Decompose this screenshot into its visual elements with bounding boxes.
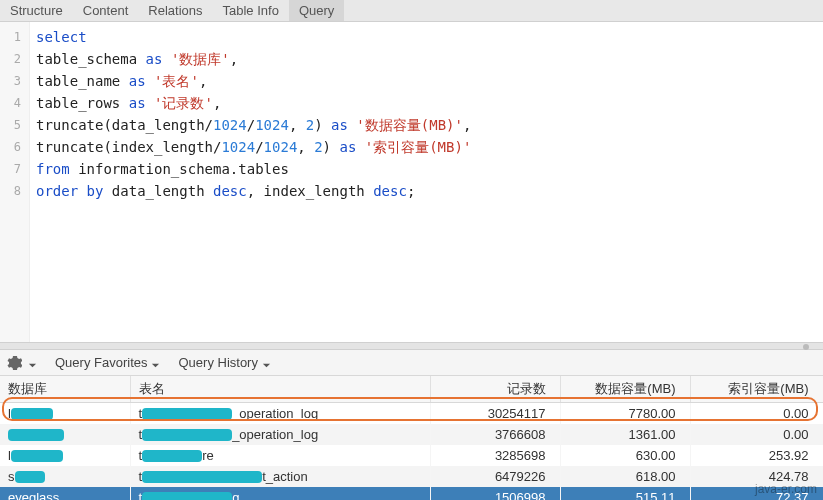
redaction-mark — [8, 429, 64, 441]
line-number: 7 — [0, 158, 29, 180]
cell-table: tg — [130, 487, 430, 501]
redaction-mark — [15, 471, 45, 483]
redaction-mark — [142, 450, 202, 462]
results-grid-wrap: 数据库表名记录数数据容量(MB)索引容量(MB) lt_operation_lo… — [0, 376, 823, 500]
code-area[interactable]: selecttable_schema as '数据库',table_name a… — [30, 22, 823, 342]
cell-table: tt_action — [130, 466, 430, 487]
tab-query[interactable]: Query — [289, 0, 344, 21]
redaction-mark — [11, 450, 63, 462]
cell-value: 515.11 — [560, 487, 690, 501]
cell-db: l — [0, 445, 130, 466]
tab-relations[interactable]: Relations — [138, 0, 212, 21]
col-header[interactable]: 数据库 — [0, 376, 130, 403]
sql-editor[interactable]: 12345678 selecttable_schema as '数据库',tab… — [0, 22, 823, 342]
watermark: java-er.com — [755, 482, 817, 496]
results-grid[interactable]: 数据库表名记录数数据容量(MB)索引容量(MB) lt_operation_lo… — [0, 376, 823, 500]
tab-structure[interactable]: Structure — [0, 0, 73, 21]
cell-value: 30254117 — [430, 403, 560, 424]
cell-value: 253.92 — [690, 445, 823, 466]
cell-value: 0.00 — [690, 403, 823, 424]
col-header[interactable]: 索引容量(MB) — [690, 376, 823, 403]
cell-db: s — [0, 466, 130, 487]
query-history-dropdown[interactable]: Query History — [178, 355, 270, 370]
results-toolbar: Query Favorites Query History — [0, 350, 823, 376]
col-header[interactable]: 记录数 — [430, 376, 560, 403]
code-line: truncate(data_length/1024/1024, 2) as '数… — [36, 114, 817, 136]
gear-icon[interactable] — [6, 355, 22, 371]
table-row[interactable]: eyeglasstg1506998515.1172.37 — [0, 487, 823, 501]
table-row[interactable]: ltre3285698630.00253.92 — [0, 445, 823, 466]
query-favorites-label: Query Favorites — [55, 355, 147, 370]
tab-table-info[interactable]: Table Info — [213, 0, 289, 21]
line-number: 6 — [0, 136, 29, 158]
cell-value: 6479226 — [430, 466, 560, 487]
cell-db: eyeglass — [0, 487, 130, 501]
col-header[interactable]: 表名 — [130, 376, 430, 403]
cell-db — [0, 424, 130, 445]
line-number: 4 — [0, 92, 29, 114]
chevron-down-icon[interactable] — [28, 358, 37, 367]
redaction-mark — [11, 408, 53, 420]
table-row[interactable]: t_operation_log37666081361.000.00 — [0, 424, 823, 445]
cell-value: 0.00 — [690, 424, 823, 445]
chevron-down-icon — [151, 358, 160, 367]
redaction-mark — [142, 471, 262, 483]
line-number: 8 — [0, 180, 29, 202]
cell-value: 3285698 — [430, 445, 560, 466]
cell-value: 630.00 — [560, 445, 690, 466]
line-number: 5 — [0, 114, 29, 136]
code-line: select — [36, 26, 817, 48]
chevron-down-icon — [262, 358, 271, 367]
cell-value: 1506998 — [430, 487, 560, 501]
code-line: table_schema as '数据库', — [36, 48, 817, 70]
tab-content[interactable]: Content — [73, 0, 139, 21]
table-row[interactable]: stt_action6479226618.00424.78 — [0, 466, 823, 487]
cell-value: 1361.00 — [560, 424, 690, 445]
cell-value: 7780.00 — [560, 403, 690, 424]
redaction-mark — [142, 408, 232, 420]
redaction-mark — [142, 492, 232, 500]
cell-db: l — [0, 403, 130, 424]
query-favorites-dropdown[interactable]: Query Favorites — [55, 355, 160, 370]
pane-splitter[interactable] — [0, 342, 823, 350]
code-line: truncate(index_length/1024/1024, 2) as '… — [36, 136, 817, 158]
cell-table: t_operation_log — [130, 424, 430, 445]
table-row[interactable]: lt_operation_log302541177780.000.00 — [0, 403, 823, 424]
cell-value: 3766608 — [430, 424, 560, 445]
code-line: table_rows as '记录数', — [36, 92, 817, 114]
line-number: 1 — [0, 26, 29, 48]
redaction-mark — [142, 429, 232, 441]
line-number: 3 — [0, 70, 29, 92]
code-line: table_name as '表名', — [36, 70, 817, 92]
cell-table: tre — [130, 445, 430, 466]
code-line: from information_schema.tables — [36, 158, 817, 180]
code-line: order by data_length desc, index_length … — [36, 180, 817, 202]
grid-header-row: 数据库表名记录数数据容量(MB)索引容量(MB) — [0, 376, 823, 403]
col-header[interactable]: 数据容量(MB) — [560, 376, 690, 403]
query-history-label: Query History — [178, 355, 257, 370]
line-gutter: 12345678 — [0, 22, 30, 342]
line-number: 2 — [0, 48, 29, 70]
tab-bar: StructureContentRelationsTable InfoQuery — [0, 0, 823, 22]
cell-table: t_operation_log — [130, 403, 430, 424]
cell-value: 618.00 — [560, 466, 690, 487]
